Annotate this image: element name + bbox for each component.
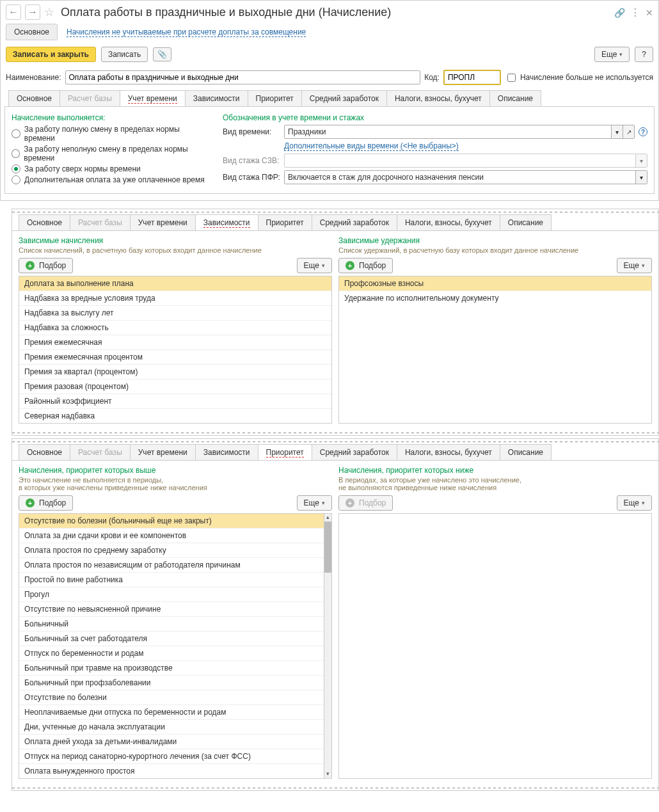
tab-prioritet[interactable]: Приоритет (258, 444, 312, 460)
help-button[interactable]: ? (635, 47, 653, 62)
list-item[interactable]: Профсоюзные взносы (339, 276, 651, 291)
tab-raschet-bazy[interactable]: Расчет базы (70, 214, 131, 230)
prio-right-list[interactable] (338, 513, 652, 779)
pfr-select[interactable]: Включается в стаж для досрочного назначе… (284, 170, 647, 184)
close-icon[interactable] (646, 7, 653, 18)
list-item[interactable]: Отпуск по беременности и родам (19, 646, 324, 661)
tab-opisanie[interactable]: Описание (500, 214, 552, 230)
save-button[interactable]: Записать (101, 47, 148, 62)
pick-button-disabled: +Подбор (338, 495, 393, 511)
tab-zavisimosti[interactable]: Зависимости (185, 90, 248, 106)
prio-left-list[interactable]: Отсутствие по болезни (больничный еще не… (19, 513, 324, 779)
toolbar: Записать и закрыть Записать Еще ? (1, 40, 658, 68)
tab-nalogi[interactable]: Налоги, взносы, бухучет (397, 214, 500, 230)
topnav-link[interactable]: Начисления не учитываемые при расчете до… (67, 28, 306, 37)
list-item[interactable]: Доплата за выполнение плана (19, 276, 331, 291)
list-item[interactable]: Надбавка за сложность (19, 321, 331, 335)
tab-uchet-vremeni[interactable]: Учет времени (130, 444, 196, 460)
list-item[interactable]: Простой по вине работника (19, 573, 324, 587)
list-item[interactable]: Районный коэффициент (19, 394, 331, 409)
tab-nalogi[interactable]: Налоги, взносы, бухучет (386, 90, 490, 106)
dep-left-sub: Список начислений, в расчетную базу кото… (19, 246, 332, 254)
list-item[interactable]: Неоплачиваемые дни отпуска по беременнос… (19, 705, 324, 720)
code-input[interactable] (443, 70, 501, 85)
list-item[interactable]: Прогул (19, 587, 324, 602)
timekind-select[interactable]: Праздники ▾ ↗ (284, 125, 635, 139)
unused-checkbox[interactable] (507, 74, 516, 82)
more-menu-button[interactable]: Еще (594, 47, 630, 62)
pick-button[interactable]: +Подбор (19, 258, 73, 273)
more-menu-button[interactable]: Еще (617, 495, 652, 511)
tab-prioritet[interactable]: Приоритет (258, 214, 312, 230)
tab-opisanie[interactable]: Описание (489, 90, 541, 106)
help-icon[interactable]: ? (639, 127, 647, 136)
more-menu-button[interactable]: Еще (617, 258, 652, 273)
list-item[interactable]: Удержание по исполнительному документу (339, 291, 651, 305)
list-item[interactable]: Больничный (19, 617, 324, 632)
prio-left-sub: Это начисление не выполняется в периоды,… (19, 476, 332, 491)
list-item[interactable]: Премия за квартал (процентом) (19, 365, 331, 379)
list-item[interactable]: Отсутствие по болезни (больничный еще не… (19, 514, 324, 529)
chevron-down-icon[interactable]: ▾ (611, 125, 623, 138)
name-row: Наименование: Код: Начисление больше не … (1, 68, 658, 90)
tab-uchet-vremeni[interactable]: Учет времени (130, 214, 196, 230)
list-item[interactable]: Премия ежемесячная (19, 335, 331, 350)
dep-left-list[interactable]: Доплата за выполнение планаНадбавка за в… (19, 276, 332, 424)
list-item[interactable]: Отсутствие по невыясненной причине (19, 602, 324, 617)
list-item[interactable]: Отсутствие по болезни (19, 690, 324, 705)
tab-raschet-bazy[interactable]: Расчет базы (70, 444, 131, 460)
link-icon[interactable] (614, 7, 625, 18)
tab-sredniy[interactable]: Средний заработок (312, 214, 397, 230)
tab-nalogi[interactable]: Налоги, взносы, бухучет (397, 444, 500, 460)
list-item[interactable]: Больничный при травме на производстве (19, 661, 324, 676)
list-item[interactable]: Оплата простоя по независящим от работод… (19, 558, 324, 573)
tab-zavisimosti[interactable]: Зависимости (195, 444, 258, 460)
name-input[interactable] (65, 70, 421, 84)
nav-forward-button[interactable] (25, 4, 40, 20)
szv-select[interactable]: ▾ (284, 154, 647, 168)
list-item[interactable]: Оплата простоя по среднему заработку (19, 543, 324, 558)
list-item[interactable]: Отпуск на период санаторно-курортного ле… (19, 749, 324, 764)
more-menu-button[interactable]: Еще (297, 495, 332, 511)
list-item[interactable]: Оплата за дни сдачи крови и ее компонент… (19, 529, 324, 543)
scrollbar[interactable]: ▴ ▾ (324, 513, 332, 779)
list-item[interactable]: Северная надбавка (19, 409, 331, 423)
chevron-down-icon[interactable]: ▾ (635, 154, 647, 167)
pick-button[interactable]: +Подбор (19, 495, 73, 511)
star-icon[interactable]: ☆ (44, 5, 54, 19)
tab-osnovnoe[interactable]: Основное (19, 444, 70, 460)
more-menu-button[interactable]: Еще (297, 258, 332, 273)
tab-sredniy[interactable]: Средний заработок (312, 444, 397, 460)
tab-osnovnoe[interactable]: Основное (19, 214, 70, 230)
list-item[interactable]: Оплата вынужденного простоя (19, 764, 324, 778)
nav-back-button[interactable] (6, 4, 21, 20)
tab-zavisimosti[interactable]: Зависимости (195, 214, 258, 230)
radio-extra-pay[interactable]: Дополнительная оплата за уже оплаченное … (12, 175, 210, 184)
list-item[interactable]: Надбавка за выслугу лет (19, 306, 331, 321)
list-item[interactable]: Премия ежемесячная процентом (19, 350, 331, 365)
chevron-down-icon[interactable]: ▾ (635, 171, 647, 184)
tab-raschet-bazy[interactable]: Расчет базы (60, 90, 120, 106)
more-icon[interactable] (630, 6, 640, 19)
attach-button[interactable] (153, 47, 171, 61)
radio-full-shift[interactable]: За работу полную смену в пределах нормы … (12, 125, 210, 143)
tab-osnovnoe[interactable]: Основное (8, 90, 60, 106)
list-item[interactable]: Дни, учтенные до начала эксплуатации (19, 720, 324, 735)
list-item[interactable]: Надбавка за вредные условия труда (19, 291, 331, 306)
extra-time-kinds-link[interactable]: Дополнительные виды времени (<Не выбраны… (284, 141, 459, 151)
tab-uchet-vremeni[interactable]: Учет времени (120, 90, 186, 106)
radio-part-shift[interactable]: За работу неполную смену в пределах норм… (12, 145, 210, 163)
list-item[interactable]: Больничный при профзаболевании (19, 676, 324, 690)
open-icon[interactable]: ↗ (623, 125, 634, 138)
list-item[interactable]: Премия разовая (процентом) (19, 379, 331, 394)
dep-right-list[interactable]: Профсоюзные взносыУдержание по исполните… (338, 276, 652, 424)
pick-button[interactable]: +Подбор (338, 258, 393, 273)
tab-opisanie[interactable]: Описание (500, 444, 552, 460)
list-item[interactable]: Больничный за счет работодателя (19, 632, 324, 646)
list-item[interactable]: Оплата дней ухода за детьми-инвалидами (19, 735, 324, 749)
tab-sredniy[interactable]: Средний заработок (301, 90, 387, 106)
radio-overtime[interactable]: За работу сверх нормы времени (12, 164, 210, 173)
tab-prioritet[interactable]: Приоритет (248, 90, 302, 106)
save-close-button[interactable]: Записать и закрыть (6, 47, 96, 62)
topnav-main[interactable]: Основное (6, 24, 58, 40)
